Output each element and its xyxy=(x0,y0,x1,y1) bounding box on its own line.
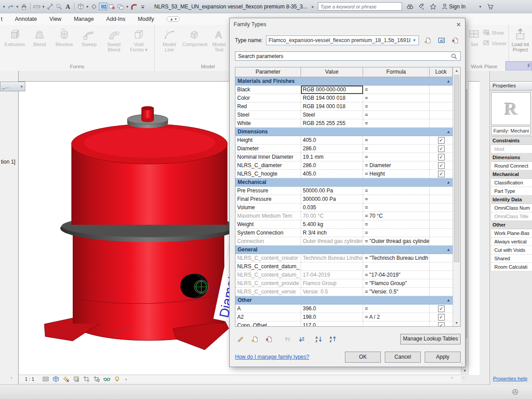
sort-desc-icon[interactable]: AZ xyxy=(328,335,338,344)
ok-button[interactable]: OK xyxy=(345,352,381,363)
property-row[interactable]: OmniClass Title xyxy=(491,212,532,221)
property-row[interactable]: Host xyxy=(491,145,532,153)
delete-type-icon[interactable] xyxy=(450,35,461,46)
ribbon-tab-annotate[interactable]: Annotate xyxy=(15,16,37,22)
lock-checkbox[interactable]: ✓ xyxy=(438,322,445,327)
recent-documents-arrow-icon[interactable]: ▸ xyxy=(311,4,315,9)
parameter-formula-cell[interactable]: = xyxy=(363,195,430,203)
measure-icon[interactable] xyxy=(32,2,41,11)
sort-asc-icon[interactable]: AZ xyxy=(314,335,324,344)
rename-type-icon[interactable]: A xyxy=(436,35,447,46)
parameter-lock-cell[interactable]: ✓ xyxy=(430,145,453,153)
lock-checkbox[interactable]: ✓ xyxy=(438,305,445,312)
star-icon[interactable] xyxy=(429,2,438,11)
column-header-formula[interactable]: Formula xyxy=(363,67,430,77)
parameter-value-cell[interactable]: 5.400 kg xyxy=(301,220,363,229)
move-up-icon[interactable] xyxy=(282,335,292,344)
table-scrollbar[interactable]: ▲ ▼ xyxy=(453,67,460,326)
viewer-button[interactable]: Viewer xyxy=(483,39,506,48)
work-plane-panel-label[interactable]: Work Plane xyxy=(460,64,509,69)
lock-checkbox[interactable]: ✓ xyxy=(438,171,445,177)
parameter-formula-cell[interactable]: = "Flamco Group" xyxy=(363,279,430,288)
forms-panel-label[interactable]: Forms xyxy=(0,64,154,69)
parameter-lock-cell[interactable] xyxy=(430,94,453,102)
window-resize-grip[interactable]: ⁙ xyxy=(462,376,468,381)
pencil-icon[interactable] xyxy=(236,335,246,344)
parameter-lock-cell[interactable] xyxy=(430,119,453,128)
parameter-formula-cell[interactable]: = xyxy=(363,262,430,271)
visibility-graphics-icon[interactable] xyxy=(98,2,107,11)
ribbon-state-toggle[interactable]: ▲ ▾ xyxy=(167,16,180,22)
parameter-formula-cell[interactable]: = xyxy=(363,136,430,145)
collapse-chevron-icon[interactable]: ▲ xyxy=(446,246,450,254)
default-3d-view-icon[interactable] xyxy=(76,2,85,11)
parameter-lock-cell[interactable] xyxy=(430,229,453,237)
scroll-down-icon[interactable]: ▼ xyxy=(453,320,460,326)
dialog-resize-grip[interactable]: ⁙ xyxy=(461,362,464,366)
parameter-lock-cell[interactable] xyxy=(430,195,453,203)
binoculars-icon[interactable] xyxy=(406,2,415,11)
scroll-up-icon[interactable]: ▲ xyxy=(453,67,460,74)
revolve-button[interactable]: Revolve xyxy=(52,27,76,47)
ribbon-tab-view[interactable]: View xyxy=(50,16,62,22)
parameter-formula-cell[interactable]: = xyxy=(363,153,430,161)
parameter-value-cell[interactable]: RGB 255 255 255 xyxy=(301,119,363,128)
parameter-formula-cell[interactable]: = "17-04-2019" xyxy=(363,271,430,279)
parameter-formula-cell[interactable]: = "Technisch Bureau Lindh xyxy=(363,254,430,262)
vessel-connector[interactable] xyxy=(180,274,208,298)
parameter-value-cell[interactable]: 286.0 xyxy=(301,161,363,170)
parameter-formula-cell[interactable]: = xyxy=(363,305,430,313)
parameter-formula-cell[interactable]: = xyxy=(363,94,430,102)
sweep-button[interactable]: Sweep xyxy=(77,27,101,47)
property-row[interactable]: Round Connect xyxy=(491,162,532,170)
search-parameters-input[interactable] xyxy=(237,53,450,60)
parameter-value-cell[interactable]: 396.0 xyxy=(301,305,363,313)
section-header-other[interactable]: Other▲ xyxy=(235,296,453,305)
collapse-chevron-icon[interactable]: ▲ xyxy=(446,77,450,85)
new-type-icon[interactable] xyxy=(422,35,433,46)
ribbon-tab-addins[interactable]: Add-Ins xyxy=(106,16,125,22)
reveal-hidden-icon[interactable] xyxy=(113,376,121,383)
parameter-value-cell[interactable]: Flamco Group xyxy=(301,279,363,288)
parameter-value-cell[interactable]: 70.00 °C xyxy=(301,212,363,220)
ribbon-tab-fragment[interactable]: t xyxy=(1,16,2,22)
background-window-titlebar[interactable]: _... × xyxy=(0,82,25,91)
property-row[interactable]: Cut with Voids xyxy=(491,246,532,254)
model-text-button[interactable]: AModel Text xyxy=(207,27,231,52)
property-row[interactable]: OmniClass Num xyxy=(491,204,532,212)
manage-lookup-tables-button[interactable]: Manage Lookup Tables xyxy=(400,334,461,344)
blend-button[interactable]: Blend xyxy=(27,27,51,47)
sign-in-label[interactable]: Sign In xyxy=(449,4,466,10)
hscroll-right-arrow-icon[interactable]: › xyxy=(451,376,453,380)
parameter-lock-cell[interactable]: ✓ xyxy=(430,170,453,178)
collapse-chevron-icon[interactable]: ▲ xyxy=(446,178,450,186)
section-header-dimensions[interactable]: Dimensions▲ xyxy=(235,128,453,136)
column-header-value[interactable]: Value xyxy=(301,67,363,77)
new-type-icon[interactable] xyxy=(250,335,260,344)
parameter-value-cell[interactable]: 286.0 xyxy=(301,145,363,153)
tag-icon[interactable]: 1 xyxy=(55,2,63,11)
sun-path-icon[interactable] xyxy=(62,376,70,383)
parameter-value-cell[interactable]: Technisch Bureau Lindho xyxy=(301,254,363,262)
exchange-apps-icon[interactable] xyxy=(486,2,495,11)
person-icon[interactable] xyxy=(440,2,449,11)
parameter-lock-cell[interactable]: ✓ xyxy=(430,321,453,327)
parameter-formula-cell[interactable]: = Diameter xyxy=(363,161,430,170)
close-view-icon[interactable]: × xyxy=(20,84,23,89)
parameter-value-cell[interactable]: RGB 194 000 018 xyxy=(301,102,363,111)
parameter-lock-cell[interactable] xyxy=(430,254,453,262)
family-preview[interactable]: R xyxy=(491,92,531,125)
redo-icon[interactable] xyxy=(6,2,15,11)
lock-checkbox[interactable]: ✓ xyxy=(438,137,445,144)
text-icon[interactable]: A xyxy=(63,2,72,11)
family-selector[interactable]: Family: Mechani xyxy=(491,126,531,135)
parameter-lock-cell[interactable] xyxy=(430,102,453,111)
property-row[interactable]: Classification xyxy=(491,179,532,187)
parameter-lock-cell[interactable] xyxy=(430,288,453,296)
parameter-value-cell[interactable]: 117.0 xyxy=(301,321,363,327)
parameter-lock-cell[interactable] xyxy=(430,262,453,271)
parameter-formula-cell[interactable]: = A / 2 xyxy=(363,313,430,321)
parameter-value-cell[interactable]: R 3/4 inch xyxy=(301,229,363,237)
property-group-mechanical[interactable]: Mechanical xyxy=(491,170,532,179)
parameter-formula-cell[interactable]: = xyxy=(363,145,430,153)
